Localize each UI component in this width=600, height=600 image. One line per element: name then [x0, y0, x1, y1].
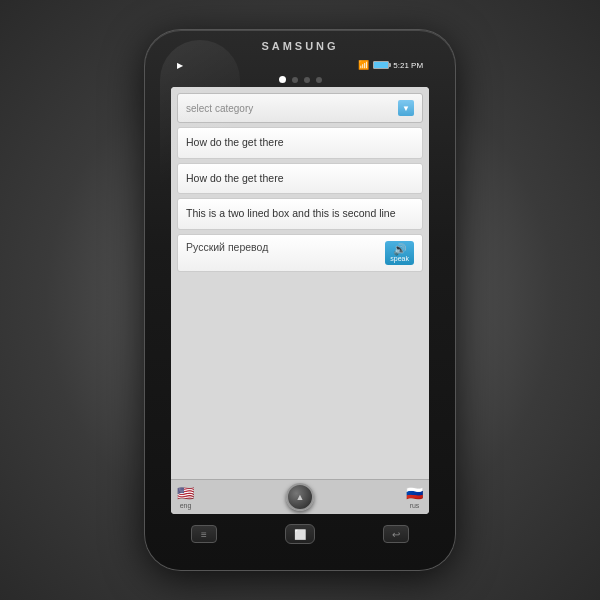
- list-item-3[interactable]: This is a two lined box and this is seco…: [177, 198, 423, 230]
- center-nav-button[interactable]: ▲: [286, 483, 314, 511]
- eng-flag-container[interactable]: 🇺🇸 eng: [177, 485, 194, 509]
- home-icon: ⬜: [294, 529, 306, 540]
- phone-top: SAMSUNG ▶ 📶 5:21 PM: [145, 30, 455, 87]
- list-item-2[interactable]: How do the get there: [177, 163, 423, 195]
- back-icon: ↩: [392, 529, 400, 540]
- speak-icon: 🔊: [393, 244, 407, 255]
- play-icon: ▶: [177, 61, 183, 70]
- dropdown-arrow-icon[interactable]: ▼: [398, 100, 414, 116]
- speak-label: speak: [390, 255, 409, 262]
- dot-3: [304, 77, 310, 83]
- home-button[interactable]: ⬜: [285, 524, 315, 544]
- time-display: 5:21 PM: [393, 61, 423, 70]
- dot-2: [292, 77, 298, 83]
- rus-label: rus: [410, 502, 420, 509]
- screen-bottom-bar: 🇺🇸 eng ▲ 🇷🇺 rus: [171, 479, 429, 514]
- dots-row: [279, 76, 322, 83]
- status-bar: ▶ 📶 5:21 PM: [173, 58, 427, 72]
- back-button[interactable]: ↩: [383, 525, 409, 543]
- eng-flag: 🇺🇸: [177, 485, 194, 501]
- status-right: 📶 5:21 PM: [358, 60, 423, 70]
- dot-1: [279, 76, 286, 83]
- speak-button[interactable]: 🔊 speak: [385, 241, 414, 265]
- category-dropdown[interactable]: select category ▼: [177, 93, 423, 123]
- menu-icon: ≡: [201, 529, 207, 540]
- menu-button[interactable]: ≡: [191, 525, 217, 543]
- dot-4: [316, 77, 322, 83]
- rus-flag-container[interactable]: 🇷🇺 rus: [406, 485, 423, 509]
- screen-content: select category ▼ How do the get there H…: [171, 87, 429, 479]
- translation-box[interactable]: Русский перевод 🔊 speak: [177, 234, 423, 272]
- wifi-icon: 📶: [358, 60, 369, 70]
- list-item-1[interactable]: How do the get there: [177, 127, 423, 159]
- battery-icon: [373, 61, 389, 69]
- eng-label: eng: [180, 502, 192, 509]
- translation-text: Русский перевод: [186, 241, 268, 253]
- brand-label: SAMSUNG: [261, 40, 338, 52]
- rus-flag: 🇷🇺: [406, 485, 423, 501]
- dropdown-placeholder: select category: [186, 103, 253, 114]
- phone: SAMSUNG ▶ 📶 5:21 PM select category ▼: [145, 30, 455, 570]
- phone-navigation: ≡ ⬜ ↩: [171, 518, 429, 550]
- screen: select category ▼ How do the get there H…: [171, 87, 429, 514]
